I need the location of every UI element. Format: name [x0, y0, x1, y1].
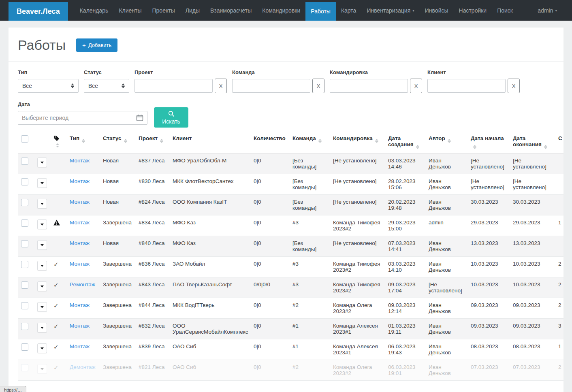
add-button-label: Добавить — [88, 42, 111, 48]
nav-item-Лиды[interactable]: Лиды ▾ — [180, 0, 205, 21]
nav-item-Командировки[interactable]: Командировки ▾ — [257, 0, 305, 21]
column-header[interactable]: Статус — [100, 130, 135, 153]
row-actions-dropdown[interactable] — [37, 199, 47, 209]
filter-trip: Командировка X — [330, 69, 422, 93]
column-header[interactable]: Дата начала — [467, 130, 510, 153]
status-select[interactable]: Все — [84, 79, 129, 93]
row-checkbox[interactable] — [21, 281, 28, 289]
row-checkbox[interactable] — [21, 240, 28, 247]
nav-item-Инвентаризация[interactable]: Инвентаризация ▾ — [361, 0, 419, 21]
team-cell: #3 — [289, 257, 330, 277]
project-input[interactable] — [134, 79, 213, 93]
work-type-link[interactable]: Ремонтаж — [70, 281, 95, 288]
client-cell: ЗАО Мобайл — [169, 257, 250, 277]
row-checkbox[interactable] — [21, 178, 28, 185]
project-clear-button[interactable]: X — [215, 79, 227, 93]
end-date-cell: 09.03.2023 — [510, 319, 555, 339]
works-table: Тип Статус Проект Клиент Количество Кома… — [18, 130, 563, 381]
work-type-link[interactable]: Демонтаж — [70, 364, 95, 370]
project-cell: #837 Леса — [135, 153, 169, 174]
client-cell: МКК ФлотВекторСантех — [169, 174, 250, 195]
brand-logo[interactable]: Beaver.Леса — [9, 2, 68, 21]
row-actions-dropdown[interactable] — [37, 323, 47, 332]
nav-item-Проекты[interactable]: Проекты ▾ — [147, 0, 180, 21]
nav-item-label: Клиенты — [119, 7, 141, 14]
created-date-cell: 20.02.2023 19:48 — [385, 195, 425, 215]
row-checkbox[interactable] — [21, 302, 28, 309]
nav-item-Настройки[interactable]: Настройки ▾ — [454, 0, 492, 21]
nav-item-Календарь[interactable]: Календарь ▾ — [75, 0, 114, 21]
work-type-link[interactable]: Монтаж — [70, 343, 90, 349]
column-header[interactable]: Командировка — [330, 130, 385, 153]
row-checkbox[interactable] — [21, 199, 28, 206]
row-checkbox[interactable] — [21, 261, 28, 268]
sort-icon — [544, 145, 547, 149]
check-icon: ✓ — [53, 323, 59, 330]
column-header[interactable]: Тип — [66, 130, 100, 153]
start-date-cell: 09.03.2023 — [467, 298, 510, 319]
row-actions-dropdown[interactable] — [37, 343, 47, 353]
column-header[interactable]: Автор — [425, 130, 467, 153]
work-type-link[interactable]: Монтаж — [70, 261, 90, 267]
nav-item-Клиенты[interactable]: Клиенты ▾ — [113, 0, 147, 21]
work-type-link[interactable]: Монтаж — [70, 199, 90, 205]
nav-item-Инвойсы[interactable]: Инвойсы ▾ — [420, 0, 454, 21]
nav-item-Поиск[interactable]: Поиск ▾ — [492, 0, 518, 21]
work-type-link[interactable]: Монтаж — [70, 323, 90, 329]
created-date-cell: 01.03.2023 19:11 — [385, 319, 425, 339]
nav-item-label: Поиск — [497, 7, 513, 14]
column-header[interactable]: Команда — [289, 130, 330, 153]
column-header[interactable]: Дата окончания — [510, 130, 555, 153]
flag-column-header[interactable] — [50, 130, 66, 153]
end-date-cell: 13.03.2023 — [510, 236, 555, 257]
work-type-link[interactable]: Монтаж — [70, 219, 90, 226]
work-type-link[interactable]: Монтаж — [70, 240, 90, 246]
trip-clear-button[interactable]: X — [410, 79, 422, 93]
project-cell: #836 Леса — [135, 257, 169, 277]
row-actions-dropdown[interactable] — [37, 240, 47, 250]
trip-input[interactable] — [330, 79, 408, 93]
client-input[interactable] — [427, 79, 506, 93]
row-actions-dropdown[interactable] — [37, 281, 47, 291]
extra-cell: 2 — [555, 277, 563, 298]
nav-item-label: Работы — [311, 8, 331, 15]
team-clear-button[interactable]: X — [312, 79, 324, 93]
row-actions-dropdown[interactable] — [37, 364, 47, 374]
row-checkbox[interactable] — [21, 364, 28, 371]
select-all-checkbox[interactable] — [21, 135, 28, 143]
created-date-cell: 07.03.2023 14:41 — [385, 236, 425, 257]
column-header: С — [555, 130, 563, 153]
row-checkbox[interactable] — [21, 219, 28, 227]
team-input[interactable] — [232, 79, 310, 93]
client-clear-button[interactable]: X — [508, 79, 520, 93]
column-header[interactable]: Проект — [135, 130, 169, 153]
work-type-link[interactable]: Монтаж — [70, 178, 90, 184]
row-actions-dropdown[interactable] — [37, 178, 47, 188]
row-checkbox[interactable] — [21, 343, 28, 351]
row-actions-dropdown[interactable] — [37, 302, 47, 312]
work-type-link[interactable]: Монтаж — [70, 302, 90, 308]
start-date-cell: 13.03.2023 — [467, 236, 510, 257]
row-actions-dropdown[interactable] — [37, 219, 47, 229]
type-select[interactable]: Все — [18, 79, 79, 93]
user-menu[interactable]: admin ▾ — [532, 0, 562, 21]
nav-item-Работы[interactable]: Работы ▾ — [305, 2, 336, 21]
row-flag-cell: ✓ — [50, 153, 66, 174]
warning-icon — [53, 219, 60, 226]
add-button[interactable]: + Добавить — [76, 38, 117, 52]
work-type-link[interactable]: Монтаж — [70, 158, 90, 164]
row-checkbox[interactable] — [21, 158, 28, 165]
project-cell: #830 Леса — [135, 174, 169, 195]
nav-item-Карта[interactable]: Карта ▾ — [336, 0, 361, 21]
nav-item-label: Проекты — [152, 7, 175, 14]
column-header: Количество — [250, 130, 289, 153]
date-range-input[interactable] — [18, 111, 147, 125]
sort-icon — [56, 143, 59, 147]
column-header[interactable]: Дата создания — [385, 130, 425, 153]
row-actions-dropdown[interactable] — [37, 261, 47, 271]
row-checkbox[interactable] — [21, 323, 28, 330]
nav-item-Взаиморасчеты[interactable]: Взаиморасчеты ▾ — [205, 0, 257, 21]
row-actions-dropdown[interactable] — [37, 158, 47, 167]
search-button[interactable]: Искать — [154, 107, 188, 128]
quantity-cell: 0|0 — [250, 195, 289, 215]
